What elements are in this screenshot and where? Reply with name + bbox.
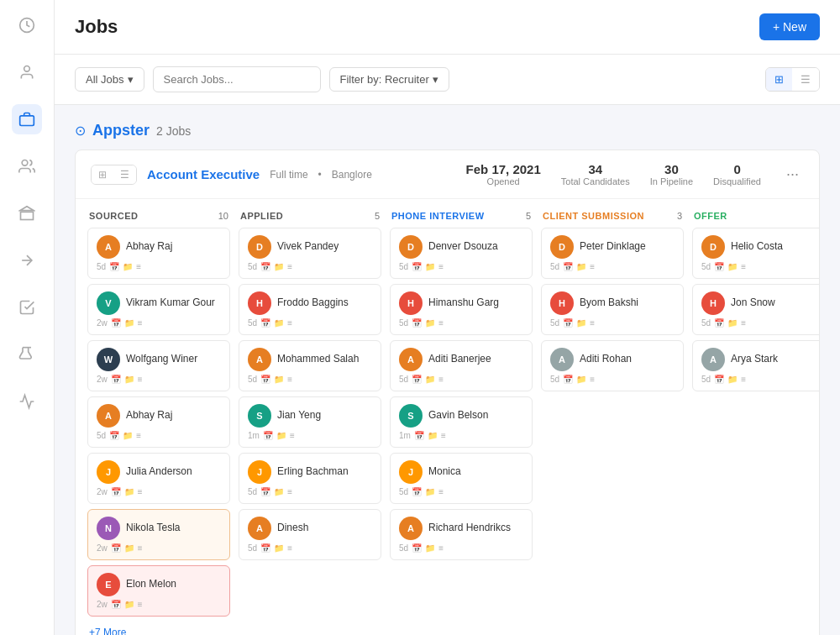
avatar: A (701, 348, 725, 371)
grid-view-btn[interactable]: ⊞ (766, 68, 792, 91)
job-list-btn[interactable]: ☰ (113, 165, 136, 184)
cand-meta: 2w 📅 📁 ≡ (97, 600, 221, 609)
kanban-col-applied: APPLIED 5 DVivek Pandey 5d 📅 📁 ≡ HFroddo… (239, 211, 381, 635)
cand-card[interactable]: ADinesh 5d 📅 📁 ≡ (239, 509, 381, 560)
cand-card[interactable]: WWolfgang Winer 2w 📅 📁 ≡ (87, 340, 230, 391)
cand-card[interactable]: JMonica 5d 📅 📁 ≡ (390, 453, 533, 504)
more-link[interactable]: +7 More (87, 622, 128, 635)
cand-name: Elon Melon (126, 578, 176, 591)
col-title-offer: OFFER (694, 211, 727, 221)
stat-disqualified-label: Disqualified (713, 176, 761, 186)
sidebar-icon-clock[interactable] (12, 10, 42, 40)
cand-card[interactable]: AAbhay Raj 5d 📅 📁 ≡ (87, 228, 230, 279)
job-view-toggle: ⊞ ☰ (91, 165, 137, 185)
job-stats: Feb 17, 2021 Opened 34 Total Candidates … (466, 162, 804, 186)
sidebar-icon-arrow[interactable] (12, 245, 42, 276)
cand-card-jon-snow[interactable]: HJon Snow 5d 📅 📁 ≡ (692, 284, 819, 335)
sidebar-icon-checklist[interactable] (12, 292, 42, 323)
cand-meta: 5d 📅 📁 ≡ (399, 262, 523, 271)
sidebar-icon-briefcase[interactable] (12, 104, 42, 134)
avatar: H (550, 291, 574, 315)
cand-meta: 5d 📅 📁 ≡ (550, 262, 675, 271)
cand-card[interactable]: VVikram Kumar Gour 2w 📅 📁 ≡ (87, 284, 230, 335)
cand-card[interactable]: JJulia Anderson 2w 📅 📁 ≡ (87, 453, 230, 504)
cand-name: Peter Dinklage (580, 240, 646, 254)
sidebar-icon-person[interactable] (12, 57, 42, 87)
cand-card[interactable]: DDenver Dsouza 5d 📅 📁 ≡ (390, 228, 533, 279)
col-title-sourced: SOURCED (89, 211, 139, 221)
appster-section: ⊙ Appster 2 Jobs ⊞ ☰ Account Executive F… (75, 122, 820, 635)
cand-card[interactable]: AArya Stark 5d 📅 📁 ≡ (692, 340, 819, 391)
cand-card[interactable]: NNikola Tesla 2w 📅 📁 ≡ (87, 509, 230, 560)
all-jobs-filter[interactable]: All Jobs ▾ (75, 67, 144, 92)
job-header: ⊞ ☰ Account Executive Full time • Banglo… (76, 150, 819, 199)
kanban-col-offer: OFFER 3 DHelio Costa 5d 📅 📁 ≡ HJon Snow … (692, 211, 819, 635)
avatar: E (97, 573, 120, 596)
stat-disqualified-num: 0 (713, 162, 761, 176)
col-count-client: 3 (677, 211, 682, 221)
cand-meta: 5d 📅 📁 ≡ (248, 543, 372, 553)
avatar: D (248, 235, 271, 259)
avatar: A (97, 235, 120, 259)
avatar: J (248, 460, 271, 484)
cand-card[interactable]: JErling Bachman 5d 📅 📁 ≡ (239, 453, 381, 504)
cand-meta: 1m 📅 📁 ≡ (399, 431, 523, 440)
collapse-icon[interactable]: ⊙ (75, 123, 86, 139)
view-toggle: ⊞ ☰ (765, 67, 820, 92)
kanban-col-phone: PHONE INTERVIEW 5 DDenver Dsouza 5d 📅 📁 … (390, 211, 533, 635)
sidebar-icon-bank[interactable] (12, 198, 42, 228)
cand-meta: 5d 📅 📁 ≡ (97, 431, 221, 440)
cand-card[interactable]: AAbhay Raj 5d 📅 📁 ≡ (87, 396, 230, 448)
cand-card[interactable]: EElon Melon 2w 📅 📁 ≡ (87, 565, 230, 617)
avatar: D (701, 235, 725, 259)
cand-card[interactable]: SGavin Belson 1m 📅 📁 ≡ (390, 396, 533, 448)
list-view-btn[interactable]: ☰ (792, 68, 819, 91)
cand-card[interactable]: DPeter Dinklage 5d 📅 📁 ≡ (541, 228, 684, 279)
avatar: A (248, 517, 271, 540)
cand-card[interactable]: HHimanshu Garg 5d 📅 📁 ≡ (390, 284, 533, 335)
cand-card[interactable]: HByom Bakshi 5d 📅 📁 ≡ (541, 284, 684, 335)
cand-meta: 5d 📅 📁 ≡ (399, 375, 523, 384)
toolbar: All Jobs ▾ Filter by: Recruiter ▾ ⊞ ☰ (55, 55, 840, 105)
recruiter-filter[interactable]: Filter by: Recruiter ▾ (329, 67, 449, 92)
svg-rect-2 (20, 116, 34, 126)
cand-meta: 5d 📅 📁 ≡ (248, 318, 372, 328)
avatar: A (399, 348, 423, 371)
cand-card[interactable]: SJian Yeng 1m 📅 📁 ≡ (239, 396, 381, 448)
cand-card[interactable]: AAditi Banerjee 5d 📅 📁 ≡ (390, 340, 533, 391)
cand-card[interactable]: DVivek Pandey 5d 📅 📁 ≡ (239, 228, 381, 279)
cand-meta: 2w 📅 📁 ≡ (97, 543, 221, 553)
avatar: A (399, 517, 423, 540)
cand-meta: 5d 📅 📁 ≡ (248, 262, 372, 271)
cand-name: Abhay Raj (126, 240, 172, 254)
job-grid-btn[interactable]: ⊞ (92, 165, 113, 184)
page-title: Jobs (75, 16, 118, 38)
new-button[interactable]: + New (759, 13, 820, 40)
job-title[interactable]: Account Executive (147, 167, 260, 181)
sidebar-icon-flask[interactable] (12, 339, 42, 370)
cand-card[interactable]: ARichard Hendrikcs 5d 📅 📁 ≡ (390, 509, 533, 560)
avatar: A (97, 404, 120, 428)
cand-card[interactable]: HFroddo Baggins 5d 📅 📁 ≡ (239, 284, 381, 335)
avatar: V (97, 291, 120, 315)
sidebar-icon-people[interactable] (12, 151, 42, 181)
company-jobs-count: 2 Jobs (156, 124, 191, 138)
chevron-down-icon: ▾ (433, 73, 438, 86)
svg-rect-4 (21, 212, 34, 219)
cand-name: Nikola Tesla (126, 522, 180, 535)
cand-name: Froddo Baggins (277, 297, 349, 310)
cand-name: Helio Costa (731, 240, 783, 254)
job-more-btn[interactable]: ··· (781, 165, 804, 183)
cand-name: Mohammed Salah (277, 353, 359, 366)
cand-name: Aditi Rohan (580, 353, 632, 366)
avatar: N (97, 517, 120, 540)
cand-card[interactable]: DHelio Costa 5d 📅 📁 ≡ (692, 228, 819, 279)
sidebar-icon-chart[interactable] (12, 386, 42, 417)
sidebar (0, 0, 55, 635)
cand-card[interactable]: AMohammed Salah 5d 📅 📁 ≡ (239, 340, 381, 391)
cand-meta: 5d 📅 📁 ≡ (701, 375, 819, 384)
cand-card[interactable]: AAditi Rohan 5d 📅 📁 ≡ (541, 340, 684, 391)
cand-name: Denver Dsouza (428, 240, 498, 254)
search-input[interactable] (153, 66, 321, 92)
col-header-phone: PHONE INTERVIEW 5 (390, 211, 533, 221)
